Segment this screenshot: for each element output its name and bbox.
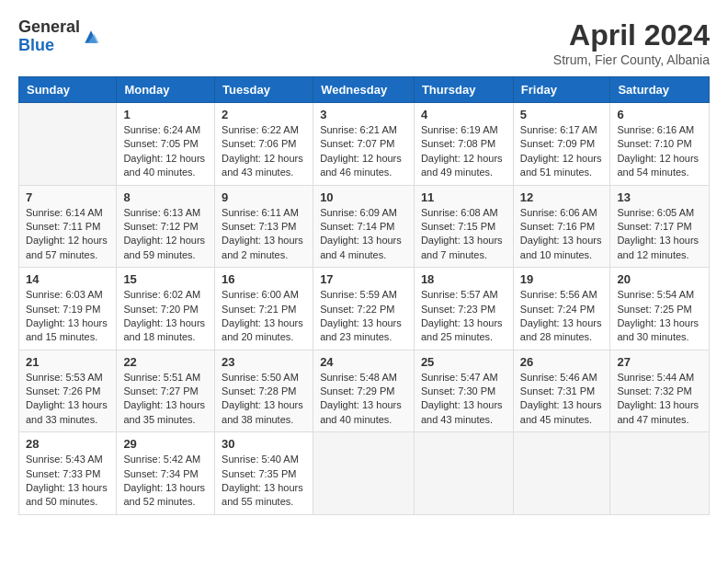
day-info: Sunrise: 5:47 AM Sunset: 7:30 PM Dayligh…: [421, 371, 506, 428]
calendar-cell: 11Sunrise: 6:08 AM Sunset: 7:15 PM Dayli…: [414, 185, 513, 268]
calendar-cell: 15Sunrise: 6:02 AM Sunset: 7:20 PM Dayli…: [117, 268, 215, 350]
day-info: Sunrise: 5:57 AM Sunset: 7:23 PM Dayligh…: [421, 288, 506, 345]
calendar-cell: 20Sunrise: 5:54 AM Sunset: 7:25 PM Dayli…: [610, 268, 710, 350]
calendar-header: Sunday Monday Tuesday Wednesday Thursday…: [19, 77, 710, 103]
calendar-cell: 2Sunrise: 6:22 AM Sunset: 7:06 PM Daylig…: [215, 103, 313, 186]
col-saturday: Saturday: [610, 77, 710, 103]
calendar-week-4: 21Sunrise: 5:53 AM Sunset: 7:26 PM Dayli…: [19, 350, 710, 432]
day-number: 11: [421, 190, 506, 204]
calendar-cell: 4Sunrise: 6:19 AM Sunset: 7:08 PM Daylig…: [414, 103, 513, 186]
day-number: 22: [123, 355, 208, 369]
day-info: Sunrise: 5:56 AM Sunset: 7:24 PM Dayligh…: [520, 288, 604, 345]
day-number: 1: [123, 108, 208, 121]
day-info: Sunrise: 6:14 AM Sunset: 7:11 PM Dayligh…: [26, 206, 109, 263]
day-info: Sunrise: 6:00 AM Sunset: 7:21 PM Dayligh…: [222, 288, 306, 345]
calendar-cell: 30Sunrise: 5:40 AM Sunset: 7:35 PM Dayli…: [215, 432, 313, 515]
calendar-cell: 26Sunrise: 5:46 AM Sunset: 7:31 PM Dayli…: [513, 350, 610, 432]
day-info: Sunrise: 6:03 AM Sunset: 7:19 PM Dayligh…: [26, 288, 109, 345]
calendar-cell: [513, 432, 610, 515]
day-number: 8: [123, 190, 208, 204]
calendar-cell: 29Sunrise: 5:42 AM Sunset: 7:34 PM Dayli…: [117, 432, 215, 515]
day-info: Sunrise: 6:24 AM Sunset: 7:05 PM Dayligh…: [123, 123, 208, 180]
calendar-cell: 27Sunrise: 5:44 AM Sunset: 7:32 PM Dayli…: [610, 350, 710, 432]
day-info: Sunrise: 5:50 AM Sunset: 7:28 PM Dayligh…: [222, 371, 306, 428]
col-tuesday: Tuesday: [215, 77, 313, 103]
day-number: 27: [617, 355, 702, 369]
page-header: General Blue April 2024 Strum, Fier Coun…: [18, 18, 710, 67]
calendar-body: 1Sunrise: 6:24 AM Sunset: 7:05 PM Daylig…: [19, 103, 710, 515]
day-number: 28: [26, 437, 109, 451]
logo-blue: Blue: [18, 37, 80, 55]
day-number: 23: [222, 355, 306, 369]
col-sunday: Sunday: [19, 77, 117, 103]
day-info: Sunrise: 5:59 AM Sunset: 7:22 PM Dayligh…: [320, 288, 407, 345]
calendar-cell: 6Sunrise: 6:16 AM Sunset: 7:10 PM Daylig…: [610, 103, 710, 186]
day-number: 21: [26, 355, 109, 369]
calendar-cell: [414, 432, 513, 515]
calendar-cell: 14Sunrise: 6:03 AM Sunset: 7:19 PM Dayli…: [19, 268, 117, 350]
title-section: April 2024 Strum, Fier County, Albania: [553, 18, 710, 67]
day-number: 15: [123, 272, 208, 286]
calendar-week-1: 1Sunrise: 6:24 AM Sunset: 7:05 PM Daylig…: [19, 103, 710, 186]
day-info: Sunrise: 6:09 AM Sunset: 7:14 PM Dayligh…: [320, 206, 407, 263]
day-info: Sunrise: 5:48 AM Sunset: 7:29 PM Dayligh…: [320, 371, 407, 428]
day-number: 20: [617, 272, 702, 286]
calendar-cell: [19, 103, 117, 186]
day-number: 10: [320, 190, 407, 204]
day-info: Sunrise: 6:06 AM Sunset: 7:16 PM Dayligh…: [520, 206, 604, 263]
day-number: 7: [26, 190, 109, 204]
day-number: 24: [320, 355, 407, 369]
calendar-cell: 8Sunrise: 6:13 AM Sunset: 7:12 PM Daylig…: [117, 185, 215, 268]
day-info: Sunrise: 5:46 AM Sunset: 7:31 PM Dayligh…: [520, 371, 604, 428]
calendar-week-5: 28Sunrise: 5:43 AM Sunset: 7:33 PM Dayli…: [19, 432, 710, 515]
month-title: April 2024: [553, 18, 710, 52]
day-info: Sunrise: 6:19 AM Sunset: 7:08 PM Dayligh…: [421, 123, 506, 180]
day-info: Sunrise: 6:17 AM Sunset: 7:09 PM Dayligh…: [520, 123, 604, 180]
day-info: Sunrise: 6:13 AM Sunset: 7:12 PM Dayligh…: [123, 206, 208, 263]
day-number: 2: [222, 108, 306, 121]
day-info: Sunrise: 6:22 AM Sunset: 7:06 PM Dayligh…: [222, 123, 306, 180]
day-number: 25: [421, 355, 506, 369]
day-number: 19: [520, 272, 604, 286]
day-number: 14: [26, 272, 109, 286]
calendar-cell: [313, 432, 415, 515]
day-number: 26: [520, 355, 604, 369]
day-info: Sunrise: 6:11 AM Sunset: 7:13 PM Dayligh…: [222, 206, 306, 263]
calendar-cell: 24Sunrise: 5:48 AM Sunset: 7:29 PM Dayli…: [313, 350, 415, 432]
calendar-cell: 21Sunrise: 5:53 AM Sunset: 7:26 PM Dayli…: [19, 350, 117, 432]
day-number: 3: [320, 108, 407, 121]
day-info: Sunrise: 6:16 AM Sunset: 7:10 PM Dayligh…: [617, 123, 702, 180]
col-wednesday: Wednesday: [313, 77, 415, 103]
calendar-cell: [610, 432, 710, 515]
day-number: 9: [222, 190, 306, 204]
calendar-cell: 19Sunrise: 5:56 AM Sunset: 7:24 PM Dayli…: [513, 268, 610, 350]
day-info: Sunrise: 5:44 AM Sunset: 7:32 PM Dayligh…: [617, 371, 702, 428]
col-thursday: Thursday: [414, 77, 513, 103]
calendar-cell: 10Sunrise: 6:09 AM Sunset: 7:14 PM Dayli…: [313, 185, 415, 268]
calendar-cell: 28Sunrise: 5:43 AM Sunset: 7:33 PM Dayli…: [19, 432, 117, 515]
day-number: 30: [222, 437, 306, 451]
day-number: 29: [123, 437, 208, 451]
logo-icon: [82, 28, 100, 46]
calendar-cell: 9Sunrise: 6:11 AM Sunset: 7:13 PM Daylig…: [215, 185, 313, 268]
calendar-cell: 5Sunrise: 6:17 AM Sunset: 7:09 PM Daylig…: [513, 103, 610, 186]
calendar-cell: 17Sunrise: 5:59 AM Sunset: 7:22 PM Dayli…: [313, 268, 415, 350]
day-info: Sunrise: 5:40 AM Sunset: 7:35 PM Dayligh…: [222, 453, 306, 510]
day-info: Sunrise: 5:54 AM Sunset: 7:25 PM Dayligh…: [617, 288, 702, 345]
day-number: 4: [421, 108, 506, 121]
col-monday: Monday: [117, 77, 215, 103]
calendar-table: Sunday Monday Tuesday Wednesday Thursday…: [18, 76, 710, 515]
calendar-cell: 1Sunrise: 6:24 AM Sunset: 7:05 PM Daylig…: [117, 103, 215, 186]
day-info: Sunrise: 6:05 AM Sunset: 7:17 PM Dayligh…: [617, 206, 702, 263]
day-info: Sunrise: 5:42 AM Sunset: 7:34 PM Dayligh…: [123, 453, 208, 510]
day-info: Sunrise: 6:21 AM Sunset: 7:07 PM Dayligh…: [320, 123, 407, 180]
calendar-cell: 25Sunrise: 5:47 AM Sunset: 7:30 PM Dayli…: [414, 350, 513, 432]
calendar-cell: 18Sunrise: 5:57 AM Sunset: 7:23 PM Dayli…: [414, 268, 513, 350]
col-friday: Friday: [513, 77, 610, 103]
calendar-cell: 3Sunrise: 6:21 AM Sunset: 7:07 PM Daylig…: [313, 103, 415, 186]
day-number: 17: [320, 272, 407, 286]
day-info: Sunrise: 6:08 AM Sunset: 7:15 PM Dayligh…: [421, 206, 506, 263]
calendar-cell: 22Sunrise: 5:51 AM Sunset: 7:27 PM Dayli…: [117, 350, 215, 432]
calendar-cell: 13Sunrise: 6:05 AM Sunset: 7:17 PM Dayli…: [610, 185, 710, 268]
logo-general: General: [18, 18, 80, 37]
